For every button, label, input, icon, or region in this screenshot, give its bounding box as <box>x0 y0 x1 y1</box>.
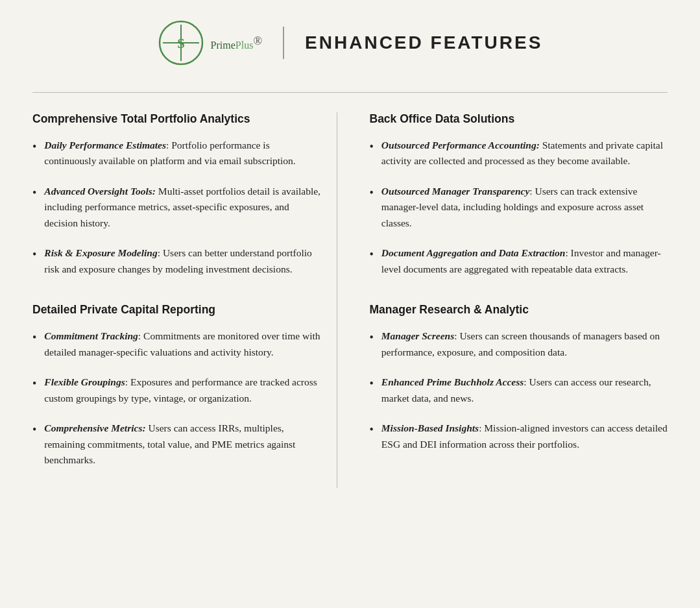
header: $ PrimePlus® ENHANCED FEATURES <box>32 19 668 66</box>
list-item: • Flexible Groupings: Exposures and perf… <box>32 374 324 406</box>
logo-registered: ® <box>253 34 262 47</box>
list-item: • Manager Screens: Users can screen thou… <box>370 328 668 360</box>
feature-label: Mission-Based Insights <box>381 422 479 433</box>
list-item: • Commitment Tracking: Commitments are m… <box>32 328 324 360</box>
logo-wordmark: PrimePlus® <box>211 34 262 51</box>
bullet-dot: • <box>32 185 36 201</box>
logo-plus: Plus <box>235 40 254 51</box>
feature-text: Outsourced Performance Accounting: State… <box>381 138 668 169</box>
separator-line <box>32 92 668 93</box>
feature-label: Enhanced Prime Buchholz Access <box>381 376 524 387</box>
section-title-manager-research: Manager Research & Analytic <box>370 303 668 317</box>
section-title-private-capital: Detailed Private Capital Reporting <box>32 303 324 317</box>
private-capital-list: • Commitment Tracking: Commitments are m… <box>32 328 324 468</box>
bullet-dot: • <box>32 376 36 392</box>
page-wrapper: $ PrimePlus® ENHANCED FEATURES Comprehen… <box>0 0 700 608</box>
bullet-dot: • <box>32 247 36 263</box>
feature-text: Comprehensive Metrics: Users can access … <box>44 420 323 468</box>
feature-label: Commitment Tracking <box>44 330 138 341</box>
bullet-dot: • <box>32 139 36 155</box>
content-grid: Comprehensive Total Portfolio Analytics … <box>32 112 668 488</box>
list-item: • Outsourced Performance Accounting: Sta… <box>370 138 668 169</box>
list-item: • Daily Performance Estimates: Portfolio… <box>32 138 324 169</box>
feature-text: Commitment Tracking: Commitments are mon… <box>44 328 323 360</box>
portfolio-analytics-list: • Daily Performance Estimates: Portfolio… <box>32 138 324 277</box>
feature-text: Mission-Based Insights: Mission-aligned … <box>381 420 668 452</box>
bullet-dot: • <box>370 330 374 346</box>
bullet-dot: • <box>370 422 374 438</box>
back-office-list: • Outsourced Performance Accounting: Sta… <box>370 138 668 277</box>
feature-label: Comprehensive Metrics: <box>44 422 148 433</box>
feature-label: Daily Performance Estimates <box>44 140 166 151</box>
bullet-dot: • <box>370 139 374 155</box>
feature-text: Daily Performance Estimates: Portfolio p… <box>44 138 323 169</box>
manager-research-list: • Manager Screens: Users can screen thou… <box>370 328 668 452</box>
list-item: • Document Aggregation and Data Extracti… <box>370 245 668 277</box>
left-column: Comprehensive Total Portfolio Analytics … <box>32 112 337 488</box>
bullet-dot: • <box>370 247 374 263</box>
svg-text:$: $ <box>177 35 184 51</box>
feature-label: Outsourced Manager Transparency <box>381 186 530 197</box>
feature-label: Advanced Oversight Tools: <box>44 186 158 197</box>
feature-text: Outsourced Manager Transparency: Users c… <box>381 184 668 231</box>
section-title-back-office: Back Office Data Solutions <box>370 112 668 126</box>
logo-container: $ PrimePlus® <box>158 19 262 66</box>
bullet-dot: • <box>370 376 374 392</box>
list-item: • Mission-Based Insights: Mission-aligne… <box>370 420 668 452</box>
feature-text: Advanced Oversight Tools: Multi-asset po… <box>44 184 323 231</box>
list-item: • Comprehensive Metrics: Users can acces… <box>32 420 324 468</box>
bullet-dot: • <box>32 330 36 346</box>
list-item: • Enhanced Prime Buchholz Access: Users … <box>370 374 668 406</box>
list-item: • Advanced Oversight Tools: Multi-asset … <box>32 184 324 231</box>
feature-label: Document Aggregation and Data Extraction <box>381 247 566 258</box>
list-item: • Risk & Exposure Modeling: Users can be… <box>32 245 324 277</box>
bullet-dot: • <box>32 422 36 438</box>
logo-icon: $ <box>158 19 204 66</box>
section-title-portfolio-analytics: Comprehensive Total Portfolio Analytics <box>32 112 324 126</box>
right-column: Back Office Data Solutions • Outsourced … <box>363 112 668 488</box>
bullet-dot: • <box>370 185 374 201</box>
feature-text: Risk & Exposure Modeling: Users can bett… <box>44 245 323 277</box>
feature-text: Document Aggregation and Data Extraction… <box>381 245 668 277</box>
header-divider <box>283 27 284 59</box>
logo-prime: Prime <box>211 40 235 51</box>
feature-label: Flexible Groupings <box>44 376 125 387</box>
feature-label: Outsourced Performance Accounting: <box>381 140 542 151</box>
feature-label: Manager Screens <box>381 330 454 341</box>
feature-text: Flexible Groupings: Exposures and perfor… <box>44 374 323 406</box>
feature-text: Manager Screens: Users can screen thousa… <box>381 328 668 360</box>
enhanced-features-title: ENHANCED FEATURES <box>305 32 542 53</box>
list-item: • Outsourced Manager Transparency: Users… <box>370 184 668 231</box>
feature-label: Risk & Exposure Modeling <box>44 247 157 258</box>
feature-text: Enhanced Prime Buchholz Access: Users ca… <box>381 374 668 406</box>
